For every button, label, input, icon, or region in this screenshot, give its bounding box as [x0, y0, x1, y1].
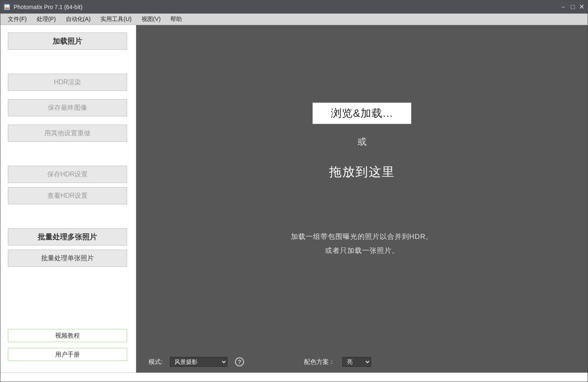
menu-help[interactable]: 帮助	[165, 14, 187, 24]
minimize-icon[interactable]: －	[560, 4, 567, 10]
save-final-image-button: 保存最终图像	[8, 99, 127, 116]
menu-process[interactable]: 处理(P)	[32, 14, 61, 24]
video-tutorial-button[interactable]: 视频教程	[8, 329, 127, 342]
color-scheme-label: 配色方案：	[304, 358, 335, 366]
maximize-icon[interactable]: □	[571, 4, 575, 10]
save-hdr-settings-button: 保存HDR设置	[8, 166, 127, 183]
window-title: Photomatix Pro 7.1 (64-bit)	[14, 4, 82, 10]
menu-file[interactable]: 文件(F)	[3, 14, 32, 24]
status-bar	[0, 373, 588, 382]
app-icon	[4, 4, 10, 10]
hint-line-2: 或者只加载一张照片。	[291, 244, 433, 258]
batch-multi-button[interactable]: 批量处理多张照片	[8, 228, 127, 245]
mode-select[interactable]: 风景摄影	[170, 357, 228, 367]
hint-line-1: 加载一组带包围曝光的照片以合并到HDR。	[291, 230, 433, 244]
drop-here-text: 拖放到这里	[329, 164, 395, 181]
view-hdr-settings-button: 查看HDR设置	[8, 187, 127, 204]
main-area: 浏览&加载... 或 拖放到这里 加载一组带包围曝光的照片以合并到HDR。 或者…	[136, 25, 588, 373]
titlebar: Photomatix Pro 7.1 (64-bit) － □ ✕	[0, 0, 588, 14]
browse-load-button[interactable]: 浏览&加载...	[312, 102, 411, 124]
mode-label: 模式:	[149, 358, 163, 366]
menu-tools[interactable]: 实用工具(U)	[95, 14, 136, 24]
help-icon[interactable]: ?	[235, 357, 244, 366]
redo-other-settings-button: 用其他设置重做	[8, 125, 127, 142]
drop-zone[interactable]: 浏览&加载... 或 拖放到这里 加载一组带包围曝光的照片以合并到HDR。 或者…	[136, 25, 588, 351]
svg-rect-2	[5, 7, 9, 9]
hdr-render-button: HDR渲染	[8, 74, 127, 91]
svg-point-3	[5, 5, 7, 7]
load-photos-button[interactable]: 加载照片	[8, 32, 127, 50]
color-scheme-select[interactable]: 亮	[342, 357, 371, 367]
hint-block: 加载一组带包围曝光的照片以合并到HDR。 或者只加载一张照片。	[291, 230, 433, 258]
or-text: 或	[358, 136, 367, 148]
menu-automation[interactable]: 自动化(A)	[61, 14, 96, 24]
batch-single-button[interactable]: 批量处理单张照片	[8, 250, 127, 267]
sidebar: 加载照片 HDR渲染 保存最终图像 用其他设置重做 保存HDR设置 查看HDR设…	[0, 25, 136, 373]
bottom-bar: 模式: 风景摄影 ? 配色方案： 亮	[136, 351, 588, 373]
user-manual-button[interactable]: 用户手册	[8, 348, 127, 361]
menu-view[interactable]: 视图(V)	[137, 14, 166, 24]
close-icon[interactable]: ✕	[579, 4, 584, 10]
menubar: 文件(F) 处理(P) 自动化(A) 实用工具(U) 视图(V) 帮助	[0, 14, 588, 25]
